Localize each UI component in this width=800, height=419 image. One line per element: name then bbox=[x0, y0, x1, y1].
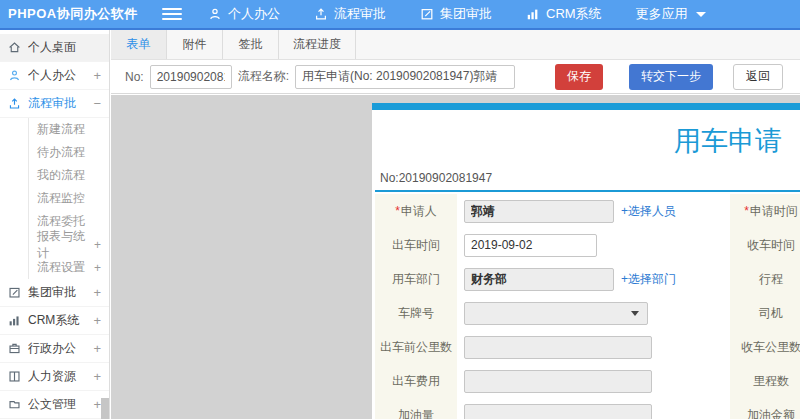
top-nav-menu: 个人办公 流程审批 集团审批 CRM系统 更多应用 bbox=[208, 5, 706, 23]
field-label-driver: 司机 bbox=[730, 296, 800, 330]
nav-item-more-apps[interactable]: 更多应用 bbox=[636, 5, 706, 23]
sidebar-item-label: 个人桌面 bbox=[28, 39, 84, 56]
select-person-link[interactable]: +选择人员 bbox=[621, 203, 676, 220]
chart-icon bbox=[526, 7, 540, 21]
panel-top-accent-bar bbox=[372, 103, 800, 110]
sidebar-item-workflow-approval[interactable]: 流程审批 − bbox=[0, 90, 109, 118]
sidebar-item-group-approval[interactable]: 集团审批 + bbox=[0, 279, 109, 307]
user-icon bbox=[208, 7, 222, 21]
field-label-fuel-cost: 加油金额 bbox=[730, 398, 800, 419]
sidebar-subitem-todo-flow[interactable]: 待办流程 bbox=[29, 141, 109, 164]
fuel-amount-input[interactable] bbox=[464, 404, 652, 419]
field-label-fuel-amount: 加油量 bbox=[375, 398, 457, 419]
sidebar-item-crm[interactable]: CRM系统 + bbox=[0, 307, 109, 335]
field-label-km-return: 收车公里数 bbox=[730, 330, 800, 364]
sidebar-item-label: 个人办公 bbox=[28, 67, 84, 84]
form-panel: 用车申请 No:20190902081947 *申请人 +选择人员 *申请时间 … bbox=[372, 103, 800, 419]
expand-toggle[interactable]: + bbox=[91, 285, 101, 300]
nav-item-group-approval[interactable]: 集团审批 bbox=[420, 5, 492, 23]
expand-toggle[interactable]: + bbox=[91, 369, 101, 384]
field-label-department: 用车部门 bbox=[375, 262, 457, 296]
select-department-link[interactable]: +选择部门 bbox=[621, 271, 676, 288]
sidebar-item-personal-desktop[interactable]: 个人桌面 bbox=[0, 34, 109, 62]
sidebar-scrollbar[interactable] bbox=[101, 398, 109, 419]
expand-toggle[interactable]: + bbox=[91, 313, 101, 328]
field-depart-time bbox=[457, 228, 730, 262]
collapse-toggle[interactable]: − bbox=[91, 96, 101, 111]
form-title: 用车申请 bbox=[372, 123, 800, 159]
nav-item-label: 个人办公 bbox=[228, 5, 280, 23]
field-label-apply-time: *申请时间 bbox=[730, 194, 800, 228]
nav-item-label: 流程审批 bbox=[334, 5, 386, 23]
nav-item-workflow-approval[interactable]: 流程审批 bbox=[314, 5, 386, 23]
main-area: 表单 附件 签批 流程进度 No: 流程名称: 保存 转交下一步 返回 用车申请… bbox=[111, 30, 800, 419]
form-number: No:20190902081947 bbox=[372, 159, 800, 190]
hamburger-menu-icon[interactable] bbox=[162, 6, 182, 22]
trip-cost-input[interactable] bbox=[464, 370, 652, 393]
no-input[interactable] bbox=[150, 65, 232, 89]
tab-attachments[interactable]: 附件 bbox=[167, 30, 223, 59]
tab-form[interactable]: 表单 bbox=[111, 30, 167, 59]
depart-date-input[interactable] bbox=[464, 234, 597, 257]
chart-icon bbox=[8, 314, 21, 327]
folder-icon bbox=[8, 398, 21, 411]
nav-item-label: 集团审批 bbox=[440, 5, 492, 23]
nav-item-crm[interactable]: CRM系统 bbox=[526, 5, 602, 23]
sidebar-item-admin-office[interactable]: 行政办公 + bbox=[0, 335, 109, 363]
sidebar-item-label: 集团审批 bbox=[28, 284, 84, 301]
expand-toggle[interactable]: + bbox=[94, 261, 101, 275]
sidebar-item-label: 公文管理 bbox=[28, 396, 84, 413]
upload-icon bbox=[8, 97, 21, 110]
sidebar-item-document-mgmt[interactable]: 公文管理 + bbox=[0, 391, 109, 419]
forward-next-step-button[interactable]: 转交下一步 bbox=[629, 64, 713, 90]
sidebar-subitem-flow-monitor[interactable]: 流程监控 bbox=[29, 187, 109, 210]
expand-toggle[interactable]: + bbox=[91, 341, 101, 356]
field-trip-cost bbox=[457, 364, 730, 398]
user-icon bbox=[8, 69, 21, 82]
field-label-depart-time: 出车时间 bbox=[375, 228, 457, 262]
nav-item-label: 更多应用 bbox=[636, 5, 688, 23]
expand-toggle[interactable]: + bbox=[91, 68, 101, 83]
back-button[interactable]: 返回 bbox=[733, 64, 783, 90]
field-km-before bbox=[457, 330, 730, 364]
sidebar-subitem-report-stats[interactable]: 报表与统计+ bbox=[29, 233, 109, 256]
edit-icon bbox=[420, 7, 434, 21]
content-area: 用车申请 No:20190902081947 *申请人 +选择人员 *申请时间 … bbox=[111, 95, 800, 419]
app-logo: PHPOA协同办公软件 bbox=[0, 5, 162, 23]
field-label-km-before: 出车前公里数 bbox=[375, 330, 457, 364]
km-before-input[interactable] bbox=[464, 336, 652, 359]
field-label-applicant: *申请人 bbox=[375, 194, 457, 228]
save-button[interactable]: 保存 bbox=[555, 64, 603, 90]
caret-down-icon bbox=[631, 311, 639, 316]
field-label-trip: 行程 bbox=[730, 262, 800, 296]
sidebar-item-label: CRM系统 bbox=[28, 312, 84, 329]
applicant-input[interactable] bbox=[464, 200, 614, 223]
field-department: +选择部门 bbox=[457, 262, 730, 296]
toolbar: No: 流程名称: 保存 转交下一步 返回 bbox=[111, 60, 800, 94]
tab-signoff[interactable]: 签批 bbox=[223, 30, 279, 59]
field-applicant: +选择人员 bbox=[457, 194, 730, 228]
upload-icon bbox=[314, 7, 328, 21]
sidebar-subitem-new-flow[interactable]: 新建流程 bbox=[29, 118, 109, 141]
sidebar-subitem-my-flow[interactable]: 我的流程 bbox=[29, 164, 109, 187]
flow-name-input[interactable] bbox=[295, 65, 515, 89]
department-input[interactable] bbox=[464, 268, 614, 291]
nav-item-personal-office[interactable]: 个人办公 bbox=[208, 5, 280, 23]
sidebar-item-personal-office[interactable]: 个人办公 + bbox=[0, 62, 109, 90]
nav-item-label: CRM系统 bbox=[546, 5, 602, 23]
field-label-plate-number: 车牌号 bbox=[375, 296, 457, 330]
sidebar-item-hr[interactable]: 人力资源 + bbox=[0, 363, 109, 391]
plate-number-select[interactable] bbox=[464, 302, 648, 325]
no-label: No: bbox=[125, 70, 144, 84]
sidebar: 个人桌面 个人办公 + 流程审批 − 新建流程 待办流程 我的流程 流程监控 流… bbox=[0, 30, 110, 419]
tab-flow-progress[interactable]: 流程进度 bbox=[279, 30, 356, 59]
expand-toggle[interactable]: + bbox=[94, 238, 101, 252]
book-icon bbox=[8, 370, 21, 383]
expand-toggle[interactable]: + bbox=[91, 397, 101, 412]
edit-icon bbox=[8, 286, 21, 299]
home-icon bbox=[8, 41, 21, 54]
divider bbox=[375, 190, 800, 192]
briefcase-icon bbox=[8, 342, 21, 355]
field-plate-number bbox=[457, 296, 730, 330]
sidebar-subitem-flow-settings[interactable]: 流程设置+ bbox=[29, 256, 109, 279]
